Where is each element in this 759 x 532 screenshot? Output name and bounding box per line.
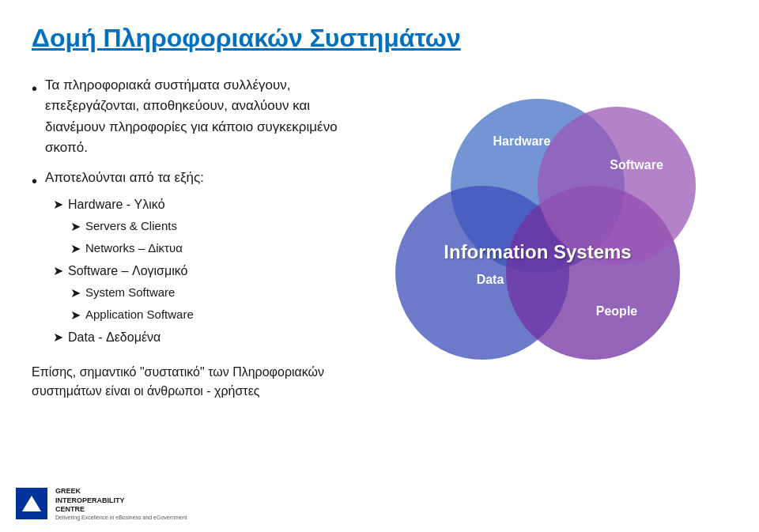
arrow-icon: ➤ <box>53 262 63 281</box>
text-section: • Τα πληροφοριακά συστήματα συλλέγουν, ε… <box>32 75 364 401</box>
software-circle <box>538 107 696 265</box>
arrow-icon: ➤ <box>70 306 81 325</box>
bullet-2: • Αποτελούνται από τα εξής: ➤ Hardware -… <box>32 168 364 349</box>
list-item: ➤ System Software <box>70 284 204 303</box>
slide-title: Δομή Πληροφοριακών Συστημάτων <box>32 24 727 53</box>
servers-label: Servers & Clients <box>85 217 177 236</box>
venn-container: Hardware Software Data People Informatio… <box>380 83 712 383</box>
bullet-2-intro: Αποτελούνται από τα εξής: <box>45 170 204 185</box>
list-item: ➤ Hardware - Υλικό <box>53 195 204 214</box>
footer-tagline: Delivering Excellence in eBusiness and e… <box>55 515 187 520</box>
arrow-icon: ➤ <box>70 284 81 303</box>
system-software-label: System Software <box>85 284 175 302</box>
arrow-icon: ➤ <box>53 195 63 214</box>
slide: Δομή Πληροφοριακών Συστημάτων • Τα πληρο… <box>0 0 759 532</box>
bullet-dot-2: • <box>32 169 37 193</box>
arrow-icon: ➤ <box>70 217 81 236</box>
application-software-label: Application Software <box>85 306 194 324</box>
bottom-text: Επίσης, σημαντικό "συστατικό" των Πληροφ… <box>32 363 364 401</box>
arrow-icon: ➤ <box>53 328 63 347</box>
venn-diagram: Hardware Software Data People Informatio… <box>364 75 727 391</box>
list-item: ➤ Data - Δεδομένα <box>53 328 204 347</box>
bullet-1: • Τα πληροφοριακά συστήματα συλλέγουν, ε… <box>32 75 364 158</box>
networks-label: Networks – Δίκτυα <box>85 240 183 258</box>
list-item: ➤ Software – Λογισμικό <box>53 262 204 281</box>
list-item: ➤ Application Software <box>70 306 204 325</box>
bullet-2-content: Αποτελούνται από τα εξής: ➤ Hardware - Υ… <box>45 168 204 349</box>
org-name: GREEK INTEROPERABILITY CENTRE <box>55 487 187 515</box>
software-label: Software – Λογισμικό <box>68 262 187 281</box>
bullet-1-text: Τα πληροφοριακά συστήματα συλλέγουν, επε… <box>45 75 364 158</box>
logo-box <box>16 488 47 519</box>
footer: GREEK INTEROPERABILITY CENTRE Delivering… <box>16 487 187 520</box>
logo-triangle-icon <box>22 496 41 511</box>
sub-list: ➤ Hardware - Υλικό ➤ Servers & Clients ➤… <box>53 195 204 347</box>
content-area: • Τα πληροφοριακά συστήματα συλλέγουν, ε… <box>32 75 727 401</box>
footer-logo: GREEK INTEROPERABILITY CENTRE Delivering… <box>16 487 187 520</box>
list-item: ➤ Networks – Δίκτυα <box>70 240 204 258</box>
bullet-dot-1: • <box>32 77 37 100</box>
hardware-label: Hardware - Υλικό <box>68 195 165 214</box>
footer-text-block: GREEK INTEROPERABILITY CENTRE Delivering… <box>55 487 187 520</box>
list-item: ➤ Servers & Clients <box>70 217 204 236</box>
data-label: Data - Δεδομένα <box>68 328 160 347</box>
arrow-icon: ➤ <box>70 240 81 258</box>
